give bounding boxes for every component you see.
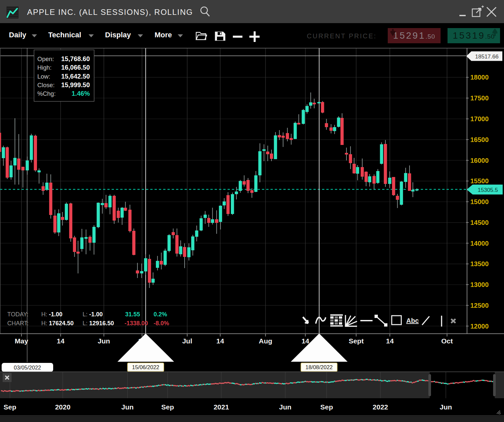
svg-text:12000: 12000 [470, 323, 489, 330]
svg-text:16,066.50: 16,066.50 [61, 64, 90, 71]
svg-text:May: May [15, 337, 28, 345]
svg-text:High:: High: [37, 64, 52, 71]
svg-text:Low:: Low: [37, 73, 50, 80]
svg-text:Oct: Oct [441, 337, 453, 345]
svg-text:18517.66: 18517.66 [475, 53, 499, 60]
svg-text:L: -1.00: L: -1.00 [83, 311, 103, 318]
svg-text:H: -1.00: H: -1.00 [41, 311, 62, 318]
svg-text:31.55: 31.55 [125, 311, 140, 318]
svg-text:12500: 12500 [470, 302, 489, 309]
svg-text:17500: 17500 [470, 94, 489, 102]
svg-text:15,999.50: 15,999.50 [61, 81, 90, 88]
svg-text:-1338.00: -1338.00 [125, 320, 148, 327]
svg-text:H: 17624.50: H: 17624.50 [41, 320, 74, 327]
svg-text:16000: 16000 [470, 157, 489, 164]
svg-text:15,642.50: 15,642.50 [61, 73, 90, 80]
svg-text:13000: 13000 [470, 281, 489, 288]
svg-text:14: 14 [57, 337, 65, 345]
svg-text:CHART:: CHART: [7, 320, 29, 327]
svg-text:2022: 2022 [373, 403, 388, 411]
svg-text:15,768.60: 15,768.60 [61, 55, 90, 62]
svg-text:2021: 2021 [214, 403, 229, 411]
svg-text:Jun: Jun [279, 403, 291, 411]
svg-text:Jun: Jun [121, 403, 133, 411]
svg-text:Jun: Jun [98, 337, 110, 345]
svg-text:18000: 18000 [470, 74, 489, 81]
svg-text:14500: 14500 [470, 219, 489, 226]
svg-text:Sep: Sep [161, 403, 174, 411]
svg-text:18/08/2022: 18/08/2022 [306, 364, 333, 370]
svg-text:14: 14 [386, 337, 394, 345]
svg-text:15305.5: 15305.5 [478, 187, 498, 193]
svg-text:17000: 17000 [470, 115, 489, 123]
svg-text:Sep: Sep [4, 403, 17, 411]
svg-text:Abc: Abc [406, 317, 419, 324]
svg-text:Open:: Open: [37, 55, 54, 62]
svg-text:Close:: Close: [37, 82, 54, 88]
svg-text:14000: 14000 [470, 240, 489, 247]
svg-text:Aug: Aug [259, 337, 272, 345]
svg-text:Sept: Sept [349, 337, 364, 345]
svg-text:14: 14 [216, 337, 224, 345]
svg-text:15/06/2022: 15/06/2022 [132, 364, 160, 370]
svg-text:15500: 15500 [470, 177, 489, 185]
svg-text:14: 14 [302, 337, 309, 345]
svg-text:2020: 2020 [55, 403, 71, 411]
svg-text:Jul: Jul [182, 337, 192, 345]
svg-text:-8.0%: -8.0% [154, 320, 169, 327]
svg-text:L: 12916.50: L: 12916.50 [83, 320, 114, 327]
svg-text:Sep: Sep [320, 403, 333, 411]
svg-text:1.46%: 1.46% [72, 90, 90, 97]
svg-text:%Chg:: %Chg: [37, 90, 56, 97]
svg-text:13500: 13500 [470, 260, 489, 267]
svg-text:Jun: Jun [440, 403, 452, 411]
svg-text:0.2%: 0.2% [154, 311, 167, 318]
svg-text:16500: 16500 [470, 136, 489, 143]
svg-text:15000: 15000 [470, 198, 489, 205]
svg-text:03/05/2022: 03/05/2022 [14, 365, 41, 370]
svg-text:TODAY:: TODAY: [7, 311, 28, 318]
